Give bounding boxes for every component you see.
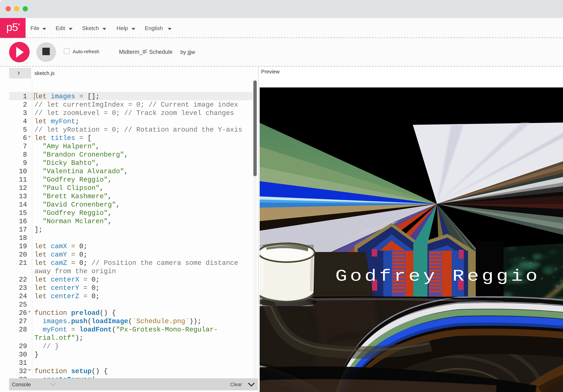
svg-text:Godfrey Reggio: Godfrey Reggio [335,267,540,286]
